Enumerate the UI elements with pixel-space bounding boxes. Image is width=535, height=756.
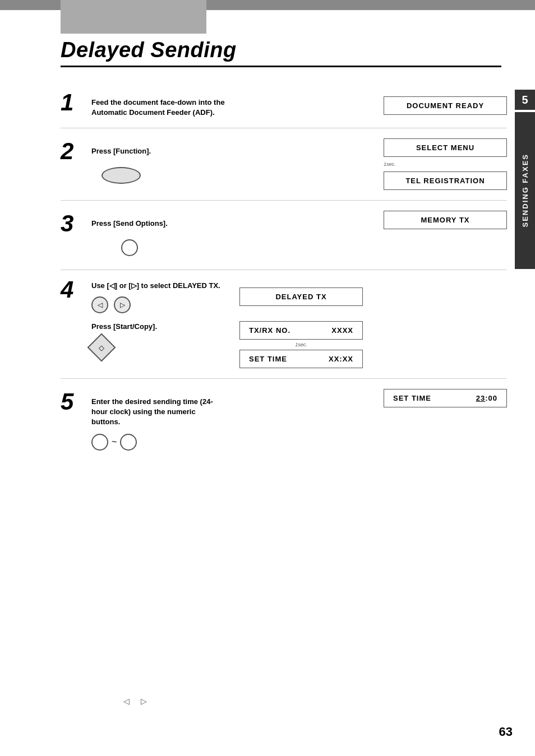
step-4b-text-block: Press [Start/Copy]. ◇ xyxy=(91,321,220,358)
side-tab: SENDING FAXES xyxy=(515,112,535,269)
step-2-display-2: TEL REGISTRATION xyxy=(384,171,507,190)
step-4: 4 Use [◁] or [▷] to select DELAYED TX. ◁… xyxy=(61,270,507,379)
arrow-right-symbol: ▷ xyxy=(141,697,147,706)
step-3-icon xyxy=(91,239,168,256)
function-button[interactable] xyxy=(102,167,141,184)
step-4a-icon: ◁ ▷ xyxy=(91,296,220,313)
top-rect xyxy=(61,0,206,34)
step-5-number: 5 xyxy=(61,390,86,414)
delayed-tx-display: DELAYED TX xyxy=(239,287,363,306)
page-title: Delayed Sending xyxy=(61,38,501,62)
step-3-number: 3 xyxy=(61,212,86,235)
step-4-number: 4 xyxy=(61,278,86,302)
step-5-label: 5 Enter the desired sending time (24-hou… xyxy=(61,389,251,451)
step-4-content: Use [◁] or [▷] to select DELAYED TX. ◁ ▷… xyxy=(91,280,507,368)
start-copy-button[interactable]: ◇ xyxy=(87,333,116,361)
step-4b-text: Press [Start/Copy]. xyxy=(91,322,157,331)
step-2-onesec: 1sec. xyxy=(384,161,396,167)
settime-xx-value: XX:XX xyxy=(329,355,353,363)
txrx-value: XXXX xyxy=(331,326,353,335)
arrow-left-button[interactable]: ◁ xyxy=(91,296,108,313)
step-3-text: Press [Send Options]. xyxy=(91,219,168,229)
step-2-text: Press [Function]. xyxy=(91,146,151,156)
side-tab-label: SENDING FAXES xyxy=(521,154,529,227)
step-1-display: DOCUMENT READY xyxy=(384,96,507,115)
numeric-button-left[interactable] xyxy=(91,434,108,451)
step-2-right: SELECT MENU 1sec. TEL REGISTRATION xyxy=(384,138,507,190)
arrow-left-symbol: ◁ xyxy=(123,697,130,706)
step-5-text: Enter the desired sending time (24-hour … xyxy=(91,397,226,428)
page-number: 63 xyxy=(499,725,513,739)
settime-23-value: 23:00 xyxy=(476,394,497,402)
txrx-label: TX/RX NO. xyxy=(249,326,290,335)
send-options-button[interactable] xyxy=(121,239,138,256)
step-2-display-1: SELECT MENU xyxy=(384,138,507,157)
step-4b: Press [Start/Copy]. ◇ TX/RX NO. XXXX xyxy=(91,321,507,368)
step-4a: Use [◁] or [▷] to select DELAYED TX. ◁ ▷… xyxy=(91,280,507,313)
step-4b-onesec: 1sec. xyxy=(239,342,363,347)
step-2-icon xyxy=(91,167,151,184)
step-4b-display: TX/RX NO. XXXX 1sec. SET TIME XX:XX xyxy=(239,321,363,368)
step-3-display: MEMORY TX xyxy=(384,211,507,229)
tilde-icon: ~ xyxy=(112,437,117,447)
step-4a-text: Use [◁] or [▷] to select DELAYED TX. xyxy=(91,281,220,290)
title-underline xyxy=(61,66,501,67)
step-3: 3 Press [Send Options]. MEMORY TX xyxy=(61,201,507,270)
step-4a-display: DELAYED TX xyxy=(239,287,363,306)
step-3-right: MEMORY TX xyxy=(384,211,507,229)
txrx-display: TX/RX NO. XXXX xyxy=(239,321,363,340)
title-area: Delayed Sending xyxy=(61,38,501,67)
step-1-number: 1 xyxy=(61,91,86,114)
step-2-number: 2 xyxy=(61,140,86,163)
step-4-label: 4 Use [◁] or [▷] to select DELAYED TX. ◁… xyxy=(61,280,507,368)
step-4b-icon: ◇ xyxy=(91,337,220,358)
step-5-icon: ~ xyxy=(91,434,226,451)
settime-xx-display: SET TIME XX:XX xyxy=(239,350,363,368)
step-5-right: SET TIME 23:00 xyxy=(384,389,507,407)
step-1-text: Feed the document face-down into the Aut… xyxy=(91,93,237,118)
step-4a-text-block: Use [◁] or [▷] to select DELAYED TX. ◁ ▷ xyxy=(91,280,220,313)
settime-23-display: SET TIME 23:00 xyxy=(384,389,507,407)
numeric-button-right[interactable] xyxy=(120,434,137,451)
settime-23-label: SET TIME xyxy=(393,394,431,402)
arrow-right-button[interactable]: ▷ xyxy=(114,296,131,313)
settime-xx-label: SET TIME xyxy=(249,355,287,363)
step-1-right: DOCUMENT READY xyxy=(384,96,507,115)
step-5: 5 Enter the desired sending time (24-hou… xyxy=(61,379,507,461)
side-tab-number: 5 xyxy=(515,90,535,110)
step-3-label: 3 Press [Send Options]. xyxy=(61,211,251,259)
bottom-arrows: ◁ ▷ xyxy=(123,697,147,706)
step-1: 1 Feed the document face-down into the A… xyxy=(61,83,507,128)
step-1-label: 1 Feed the document face-down into the A… xyxy=(61,93,251,118)
step-2: 2 Press [Function]. SELECT MENU 1sec. TE… xyxy=(61,128,507,201)
step-2-label: 2 Press [Function]. xyxy=(61,138,251,187)
